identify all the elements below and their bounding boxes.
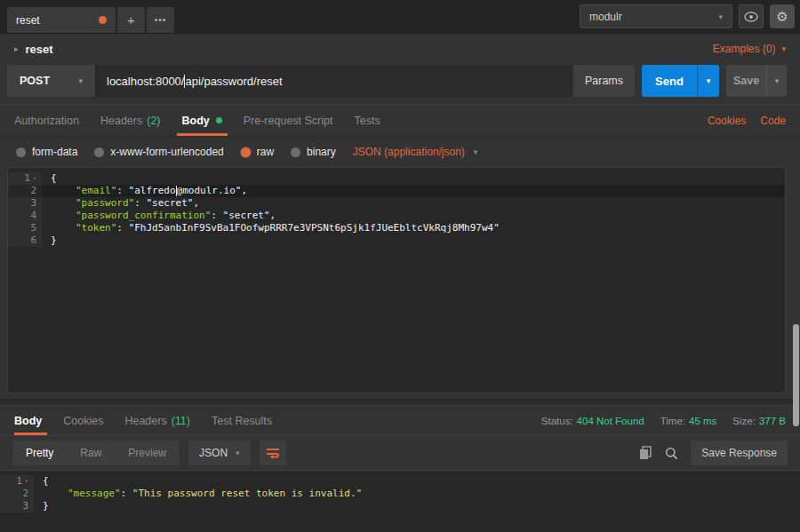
eye-icon — [744, 12, 758, 22]
radio-icon — [16, 147, 26, 157]
environment-selector[interactable]: modulr ▾ — [580, 4, 732, 28]
send-button-group: Send ▾ — [642, 65, 719, 97]
mode-label: x-www-form-urlencoded — [110, 146, 223, 158]
code-link[interactable]: Code — [760, 115, 786, 127]
url-builder-row: POST ▾ localhost:8000/ api/password/rese… — [0, 64, 800, 104]
view-mode-segmented-control: Pretty Raw Preview — [12, 441, 180, 465]
json-key: "token" — [76, 222, 116, 234]
disclosure-triangle-icon[interactable]: ▸ — [14, 44, 19, 53]
ellipsis-icon: ••• — [155, 15, 167, 25]
save-response-button[interactable]: Save Response — [691, 441, 788, 465]
tab-label: Pre-request Script — [244, 115, 333, 127]
save-button-group: Save ▾ — [726, 65, 787, 97]
chevron-down-icon: ▾ — [718, 12, 723, 21]
vertical-scrollbar-thumb[interactable] — [793, 324, 799, 426]
tab-pre-request-script[interactable]: Pre-request Script — [233, 105, 344, 136]
send-options-button[interactable]: ▾ — [697, 65, 719, 97]
code-line: 2 "message": "This password reset token … — [0, 488, 800, 500]
mode-label: raw — [257, 146, 274, 158]
radio-icon — [291, 147, 300, 157]
copy-button[interactable] — [639, 446, 652, 460]
mode-raw[interactable]: raw — [241, 146, 274, 158]
tab-label: Tests — [354, 115, 380, 127]
search-icon — [665, 447, 678, 460]
mode-binary[interactable]: binary — [291, 146, 336, 158]
line-number: 3 — [22, 500, 28, 512]
view-raw[interactable]: Raw — [67, 441, 115, 465]
headers-count-badge: (11) — [172, 415, 190, 427]
tab-body[interactable]: Body — [172, 105, 233, 136]
code-line: 3 } — [0, 500, 800, 512]
save-button[interactable]: Save — [726, 65, 766, 97]
request-response-divider[interactable] — [0, 399, 800, 406]
code-line: 1▾ { — [0, 475, 800, 488]
params-label: Params — [585, 75, 623, 87]
chevron-down-icon: ▾ — [707, 76, 711, 85]
content-type-selector[interactable]: JSON (application/json) ▾ — [353, 146, 478, 158]
cookies-link[interactable]: Cookies — [708, 115, 746, 127]
line-number: 6 — [30, 234, 36, 247]
json-key: "password_confirmation" — [76, 210, 211, 222]
code-line: 4 "password_confirmation": "secret", — [8, 210, 785, 222]
code-line: 6 } — [8, 234, 785, 247]
response-tab-cookies[interactable]: Cookies — [52, 406, 114, 435]
response-toolbar: Pretty Raw Preview JSON ▾ — [0, 436, 800, 470]
json-value: "This password reset token is invalid." — [132, 488, 362, 500]
settings-button[interactable]: ⚙ — [770, 4, 795, 28]
format-value: JSON — [199, 447, 228, 459]
line-number: 3 — [30, 197, 36, 210]
mode-form-data[interactable]: form-data — [16, 146, 77, 158]
response-format-selector[interactable]: JSON ▾ — [188, 441, 251, 465]
request-tab-label: reset — [16, 14, 40, 27]
tab-authorization[interactable]: Authorization — [14, 105, 90, 136]
save-options-button[interactable]: ▾ — [766, 65, 787, 97]
search-button[interactable] — [665, 447, 678, 460]
new-tab-button[interactable]: + — [117, 7, 145, 33]
tab-headers[interactable]: Headers (2) — [90, 105, 172, 136]
json-value: "secret" — [223, 210, 270, 222]
topbar-right-group: modulr ▾ ⚙ — [580, 0, 800, 33]
url-input[interactable]: localhost:8000/ api/password/reset — [95, 65, 572, 97]
response-meta: Status:404 Not Found Time:45 ms Size:377… — [541, 406, 786, 435]
headers-count-badge: (2) — [147, 115, 160, 127]
chevron-down-icon: ▾ — [78, 76, 83, 85]
tab-label: Headers — [100, 115, 142, 127]
response-body-viewer[interactable]: 1▾ { 2 "message": "This password reset t… — [0, 470, 800, 532]
examples-dropdown[interactable]: Examples (0) ▾ — [713, 43, 786, 55]
json-value: "secret" — [146, 197, 193, 210]
radio-icon — [94, 147, 104, 157]
view-preview[interactable]: Preview — [115, 441, 180, 465]
line-number: 5 — [30, 222, 36, 234]
response-tab-test-results[interactable]: Test Results — [201, 406, 283, 435]
word-wrap-button[interactable] — [260, 441, 286, 465]
send-label: Send — [655, 75, 684, 88]
request-body-editor[interactable]: 1▾ { 2 "email": "alfredo@modulr.io", 3 "… — [7, 167, 786, 393]
gear-icon: ⚙ — [776, 9, 788, 25]
method-selector[interactable]: POST ▾ — [7, 65, 95, 97]
examples-label: Examples (0) — [713, 43, 776, 55]
url-text-before-caret: localhost:8000/ — [107, 75, 184, 88]
line-number: 2 — [22, 488, 28, 500]
response-tab-headers[interactable]: Headers (11) — [114, 406, 201, 435]
response-tab-body[interactable]: Body — [14, 406, 52, 435]
mode-label: form-data — [32, 146, 77, 158]
tab-options-button[interactable]: ••• — [147, 7, 174, 33]
tab-tests[interactable]: Tests — [343, 105, 390, 136]
params-button[interactable]: Params — [572, 65, 635, 97]
send-button[interactable]: Send — [642, 65, 697, 97]
mode-x-www-form-urlencoded[interactable]: x-www-form-urlencoded — [94, 146, 223, 158]
time-value: 45 ms — [689, 416, 716, 426]
fold-icon[interactable]: ▾ — [25, 475, 28, 488]
chevron-down-icon: ▾ — [474, 147, 478, 156]
response-tabs-row: Body Cookies Headers (11) Test Results S… — [0, 406, 800, 436]
tab-label: Headers — [124, 415, 166, 427]
request-tabs-row: Authorization Headers (2) Body Pre-reque… — [0, 104, 800, 137]
request-name: reset — [26, 43, 53, 56]
status-value: 404 Not Found — [577, 416, 644, 426]
code-line: 5 "token": "FhJd5anbInF9SvBa1FOofwpRRR7e… — [8, 222, 785, 234]
request-tab[interactable]: reset — [7, 7, 116, 33]
fold-icon[interactable]: ▾ — [33, 172, 36, 185]
view-pretty[interactable]: Pretty — [12, 441, 67, 465]
environment-quick-look-button[interactable] — [739, 4, 764, 28]
body-mode-row: form-data x-www-form-urlencoded raw bina… — [0, 137, 800, 167]
